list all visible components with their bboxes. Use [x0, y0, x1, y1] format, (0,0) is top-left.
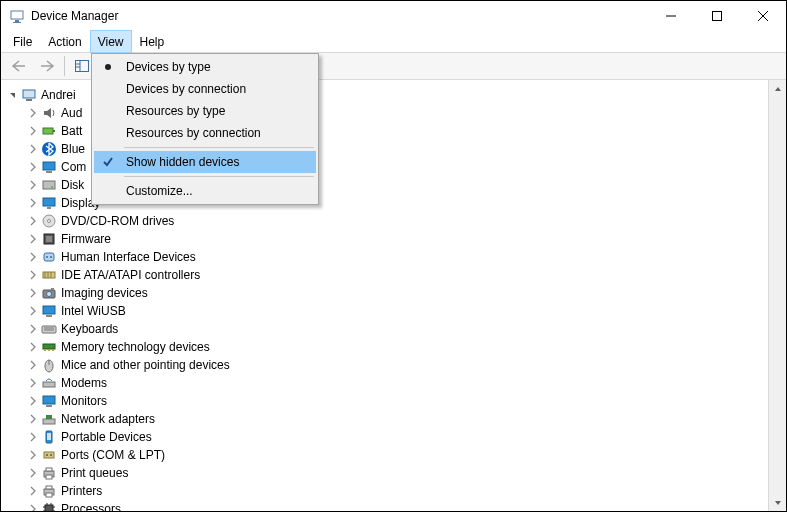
tree-node[interactable]: Processors [7, 500, 768, 511]
tree-node[interactable]: Monitors [7, 392, 768, 410]
svg-rect-44 [52, 349, 54, 351]
hid-icon [41, 249, 57, 265]
network-icon [41, 411, 57, 427]
chevron-right-icon[interactable] [27, 251, 39, 263]
tree-node[interactable]: Keyboards [7, 320, 768, 338]
chevron-right-icon[interactable] [27, 449, 39, 461]
tree-node-label: Memory technology devices [61, 340, 210, 354]
tree-node-label: Ports (COM & LPT) [61, 448, 165, 462]
svg-rect-26 [44, 253, 54, 261]
svg-rect-48 [43, 396, 55, 404]
svg-rect-18 [43, 181, 55, 189]
chevron-right-icon[interactable] [27, 323, 39, 335]
menu-separator [124, 147, 314, 148]
chevron-right-icon[interactable] [27, 467, 39, 479]
tree-node[interactable]: Portable Devices [7, 428, 768, 446]
svg-rect-60 [46, 475, 52, 479]
menu-file[interactable]: File [5, 31, 40, 52]
tree-node[interactable]: Human Interface Devices [7, 248, 768, 266]
svg-rect-25 [46, 236, 52, 242]
printer-icon [41, 465, 57, 481]
monitor-icon [41, 159, 57, 175]
svg-rect-35 [51, 288, 54, 290]
menu-item[interactable]: Resources by type [94, 100, 316, 122]
tree-node[interactable]: Intel WiUSB [7, 302, 768, 320]
tree-node[interactable]: Printers [7, 482, 768, 500]
tree-node[interactable]: Print queues [7, 464, 768, 482]
tree-node[interactable]: IDE ATA/ATAPI controllers [7, 266, 768, 284]
menu-item-label: Devices by connection [122, 82, 246, 96]
chevron-right-icon[interactable] [27, 197, 39, 209]
tree-node-label: Com [61, 160, 86, 174]
svg-point-57 [50, 454, 52, 456]
tree-node-label: Disk [61, 178, 84, 192]
chevron-right-icon[interactable] [27, 503, 39, 511]
tree-node[interactable]: Modems [7, 374, 768, 392]
chevron-down-icon[interactable] [7, 89, 19, 101]
chevron-right-icon[interactable] [27, 161, 39, 173]
tree-node[interactable]: Imaging devices [7, 284, 768, 302]
menu-item[interactable]: Devices by type [94, 56, 316, 78]
menu-item[interactable]: Show hidden devices [94, 151, 316, 173]
tree-node[interactable]: DVD/CD-ROM drives [7, 212, 768, 230]
menu-item[interactable]: Resources by connection [94, 122, 316, 144]
minimize-button[interactable] [648, 1, 694, 31]
tree-node[interactable]: Firmware [7, 230, 768, 248]
menu-action[interactable]: Action [40, 31, 89, 52]
radio-dot-icon [94, 63, 122, 71]
chevron-right-icon[interactable] [27, 269, 39, 281]
tree-node[interactable]: Memory technology devices [7, 338, 768, 356]
chevron-right-icon[interactable] [27, 413, 39, 425]
chevron-right-icon[interactable] [27, 125, 39, 137]
scroll-down-button[interactable] [769, 494, 786, 511]
svg-rect-55 [44, 452, 54, 458]
maximize-button[interactable] [694, 1, 740, 31]
chevron-right-icon[interactable] [27, 359, 39, 371]
chevron-right-icon[interactable] [27, 431, 39, 443]
scroll-up-button[interactable] [769, 80, 786, 97]
tree-node[interactable]: Network adapters [7, 410, 768, 428]
back-button[interactable] [5, 54, 33, 78]
menu-help[interactable]: Help [132, 31, 173, 52]
chevron-right-icon[interactable] [27, 215, 39, 227]
forward-button[interactable] [33, 54, 61, 78]
chevron-right-icon[interactable] [27, 305, 39, 317]
audio-icon [41, 105, 57, 121]
svg-rect-36 [43, 306, 55, 314]
svg-rect-59 [46, 468, 52, 471]
svg-rect-63 [46, 493, 52, 497]
portable-icon [41, 429, 57, 445]
chevron-right-icon[interactable] [27, 485, 39, 497]
menu-item-label: Resources by connection [122, 126, 261, 140]
tree-node-label: DVD/CD-ROM drives [61, 214, 174, 228]
menu-item[interactable]: Customize... [94, 180, 316, 202]
svg-rect-54 [47, 433, 51, 440]
menu-item-label: Customize... [122, 184, 193, 198]
firmware-icon [41, 231, 57, 247]
tree-node[interactable]: Mice and other pointing devices [7, 356, 768, 374]
chevron-right-icon[interactable] [27, 143, 39, 155]
camera-icon [41, 285, 57, 301]
vertical-scrollbar[interactable] [768, 80, 786, 511]
menu-item[interactable]: Devices by connection [94, 78, 316, 100]
menubar: File Action View Help [1, 31, 786, 53]
svg-rect-41 [43, 344, 55, 349]
chevron-right-icon[interactable] [27, 107, 39, 119]
menu-view[interactable]: View [90, 30, 132, 53]
chevron-right-icon[interactable] [27, 341, 39, 353]
tree-node[interactable]: Ports (COM & LPT) [7, 446, 768, 464]
scroll-track[interactable] [769, 97, 786, 494]
svg-rect-14 [53, 130, 55, 132]
svg-point-34 [47, 292, 52, 297]
chevron-right-icon[interactable] [27, 395, 39, 407]
chevron-right-icon[interactable] [27, 233, 39, 245]
chevron-right-icon[interactable] [27, 287, 39, 299]
chevron-right-icon[interactable] [27, 179, 39, 191]
svg-rect-47 [43, 382, 55, 387]
svg-rect-2 [13, 22, 21, 23]
svg-rect-13 [43, 128, 53, 134]
svg-rect-7 [76, 61, 89, 72]
svg-rect-50 [43, 419, 55, 424]
chevron-right-icon[interactable] [27, 377, 39, 389]
close-button[interactable] [740, 1, 786, 31]
